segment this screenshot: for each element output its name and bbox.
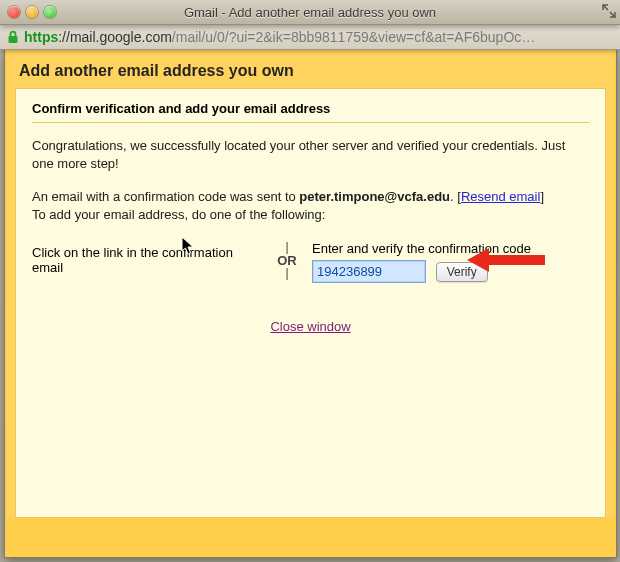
sent-prefix: An email with a confirmation code was se… bbox=[32, 189, 299, 204]
svg-rect-0 bbox=[9, 36, 18, 43]
window-zoom-button[interactable] bbox=[44, 6, 56, 18]
or-divider: | OR | bbox=[270, 241, 304, 280]
url-host: ://mail.google.com bbox=[58, 29, 172, 45]
url-scheme: https bbox=[24, 29, 58, 45]
window-titlebar: Gmail - Add another email address you ow… bbox=[0, 0, 620, 25]
url-rest: /mail/u/0/?ui=2&ik=8bb9811759&view=cf&at… bbox=[172, 29, 535, 45]
confirmation-code-input[interactable] bbox=[312, 260, 426, 283]
lock-icon bbox=[6, 30, 20, 45]
option-right-label: Enter and verify the confirmation code bbox=[312, 241, 589, 256]
sent-suffix: . bbox=[450, 189, 454, 204]
window-title: Gmail - Add another email address you ow… bbox=[0, 5, 620, 20]
sub-heading: Confirm verification and add your email … bbox=[32, 101, 589, 123]
window-expand-icon[interactable] bbox=[602, 4, 616, 18]
instruction-text: To add your email address, do one of the… bbox=[32, 207, 325, 222]
gmail-popup-shell: Add another email address you own Confir… bbox=[4, 49, 617, 558]
verify-button[interactable]: Verify bbox=[436, 262, 488, 282]
address-bar[interactable]: https ://mail.google.com /mail/u/0/?ui=2… bbox=[0, 25, 620, 50]
sent-email: peter.timpone@vcfa.edu bbox=[299, 189, 450, 204]
sent-info-block: An email with a confirmation code was se… bbox=[32, 188, 589, 223]
close-window-link[interactable]: Close window bbox=[270, 319, 350, 334]
bracket-close: ] bbox=[540, 189, 544, 204]
content-panel: Confirm verification and add your email … bbox=[15, 88, 606, 518]
congrats-text: Congratulations, we successfully located… bbox=[32, 137, 589, 172]
option-left-text: Click on the link in the confirmation em… bbox=[32, 241, 270, 275]
window-close-button[interactable] bbox=[8, 6, 20, 18]
choice-row: Click on the link in the confirmation em… bbox=[32, 241, 589, 283]
window-minimize-button[interactable] bbox=[26, 6, 38, 18]
resend-email-link[interactable]: Resend email bbox=[461, 189, 541, 204]
page-heading: Add another email address you own bbox=[7, 52, 614, 88]
